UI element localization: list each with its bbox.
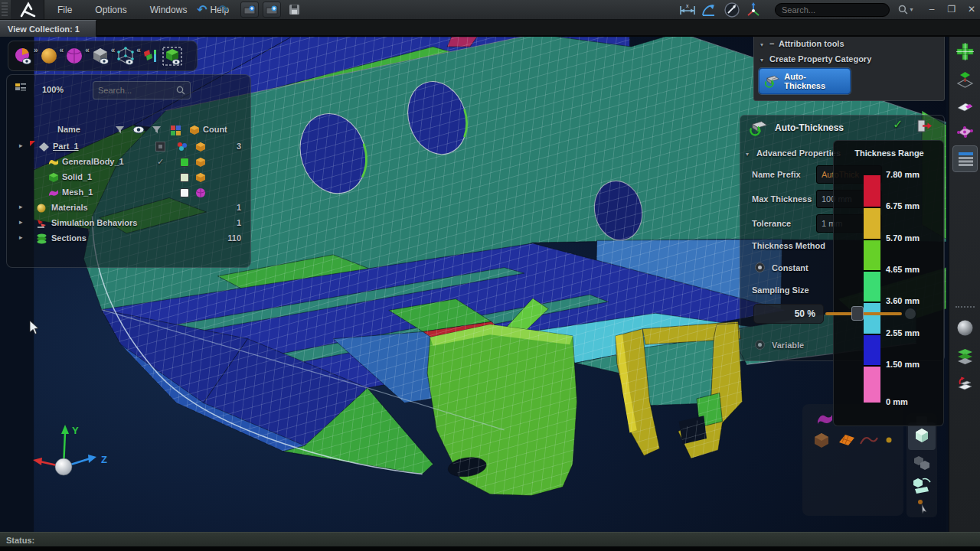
layered-sections-icon[interactable] [956,348,974,366]
surface-mesh-icon[interactable] [956,97,974,115]
chevron-collapse-icon[interactable]: « [136,46,141,54]
auto-thickness-button[interactable]: Auto-Thickness [759,68,851,94]
constant-label[interactable]: Constant [772,263,808,272]
chevron-expand-icon[interactable]: » [34,46,38,54]
rotate-view-icon[interactable] [723,2,741,18]
menu-options[interactable]: Options [83,0,138,20]
close-button[interactable]: ✕ [963,0,980,18]
solid-cube-icon[interactable] [195,157,206,168]
tree-row-simulation-behaviors[interactable]: ▸ Simulation Behaviors 1 [7,216,252,231]
slider-gear-icon[interactable] [905,308,916,319]
search-filter-icon[interactable]: ▾ [894,2,917,18]
menu-windows[interactable]: Windows [139,0,199,20]
thickness-display-icon[interactable] [162,46,183,67]
exit-dialog-icon[interactable] [917,119,933,132]
solid-entity-icon[interactable] [812,430,831,450]
tree-row-mesh[interactable]: Mesh_1 [7,185,252,201]
solid-cube-icon[interactable] [189,125,200,135]
section-caret-icon[interactable]: ▾ [746,151,749,158]
show-mesh-bodies-icon[interactable] [64,46,84,66]
confirm-icon[interactable]: ✓ [893,117,903,132]
chevron-collapse-icon[interactable]: « [85,46,90,54]
chevron-collapse-icon[interactable]: « [60,46,64,54]
show-geometry-icon[interactable] [90,46,110,66]
variable-radio[interactable] [755,340,765,350]
tree-column-name[interactable]: Name [57,125,80,134]
advanced-properties-label[interactable]: Advanced Properties [756,148,841,158]
solid-cube-icon[interactable] [195,142,206,152]
dialog-title: Auto-Thickness [775,122,844,133]
visibility-eye-icon[interactable] [132,126,145,134]
show-solids-icon[interactable] [39,46,59,66]
table-view-icon[interactable] [957,150,975,168]
unfold-sheets-icon[interactable] [956,377,974,394]
mesh-quality-icon[interactable] [142,46,162,66]
create-plane-icon[interactable] [956,70,974,88]
solid-cube-icon[interactable] [195,172,206,183]
import-file-icon[interactable] [240,2,259,18]
multi-color-icon[interactable] [177,142,188,152]
tree-row-part[interactable]: ▸ Part_1 3 [7,139,252,155]
sampling-slider-handle[interactable] [851,306,864,321]
tab-view-collection[interactable]: View Collection: 1 [0,20,96,37]
material-sphere-icon[interactable] [956,319,974,337]
surface-entity-icon[interactable] [836,429,858,450]
restore-button[interactable]: ❐ [943,0,960,18]
filter-icon[interactable] [116,126,124,134]
tree-row-generalbody[interactable]: GeneralBody_1 ✓ [7,155,252,170]
axes-triad-icon[interactable] [744,2,763,18]
measure-angle-icon[interactable] [700,2,718,18]
tree-zoom-level[interactable]: 100% [42,85,64,94]
collapse-caret-icon[interactable]: ▾ [760,57,763,64]
tree-search[interactable] [93,81,191,99]
sampling-slider-track[interactable] [825,312,902,315]
sampling-size-input[interactable]: 50 % [753,304,824,324]
expander-icon[interactable]: ▸ [19,142,23,149]
import-model-icon[interactable] [263,2,281,18]
expander-icon[interactable]: ▸ [19,233,23,241]
measure-distance-icon[interactable]: x [678,2,697,18]
chevron-collapse-icon[interactable]: « [111,46,116,54]
tree-column-count[interactable]: Count [203,125,227,134]
tree-row-solid[interactable]: Solid_1 [7,170,252,185]
tree-display-icon[interactable] [15,83,27,93]
solid-select-icon[interactable] [913,426,930,446]
tree-row-sections[interactable]: ▸ Sections 110 [7,231,252,246]
toolbar-grip[interactable] [2,2,8,18]
save-icon[interactable] [285,2,303,18]
filter-icon[interactable] [152,126,161,134]
constant-radio[interactable] [755,262,765,272]
expander-icon[interactable]: ▸ [19,203,23,210]
orientation-triad[interactable]: Y Z [15,417,122,486]
undo-icon[interactable]: ↶ [193,2,211,18]
minimize-button[interactable]: – [923,0,940,18]
curve-entity-icon[interactable] [859,433,879,447]
check-icon[interactable]: ✓ [157,157,164,167]
menu-file[interactable]: File [46,0,83,20]
legend-segment [864,334,880,365]
redo-icon[interactable]: ↷ [214,2,233,18]
mesh-sphere-icon[interactable] [195,187,206,198]
collapse-caret-icon[interactable]: ▾ [760,41,763,48]
point-pick-icon[interactable] [914,497,929,514]
tree-search-input[interactable] [98,86,176,95]
body-pair-select-icon[interactable] [913,455,931,471]
variable-label[interactable]: Variable [772,341,804,350]
color-swatch[interactable] [180,158,189,167]
expander-icon[interactable]: ▸ [19,218,23,226]
color-legend-icon[interactable] [171,126,181,135]
color-swatch[interactable] [180,173,189,182]
color-swatch[interactable] [180,188,189,197]
collapse-icon[interactable]: − [769,39,774,48]
mesh-nodes-icon[interactable] [956,123,974,141]
show-bodies-icon[interactable] [13,46,33,66]
mesh-entity-icon[interactable] [815,409,835,429]
tree-row-materials[interactable]: ▸ Materials 1 [7,201,252,216]
point-entity-icon[interactable] [884,435,894,445]
isolate-box-icon[interactable] [155,142,165,152]
global-search-input[interactable] [782,5,890,15]
add-node-icon[interactable] [956,43,974,60]
global-search[interactable] [775,3,890,17]
show-vertices-icon[interactable] [116,46,136,66]
feature-select-icon[interactable] [912,476,932,494]
